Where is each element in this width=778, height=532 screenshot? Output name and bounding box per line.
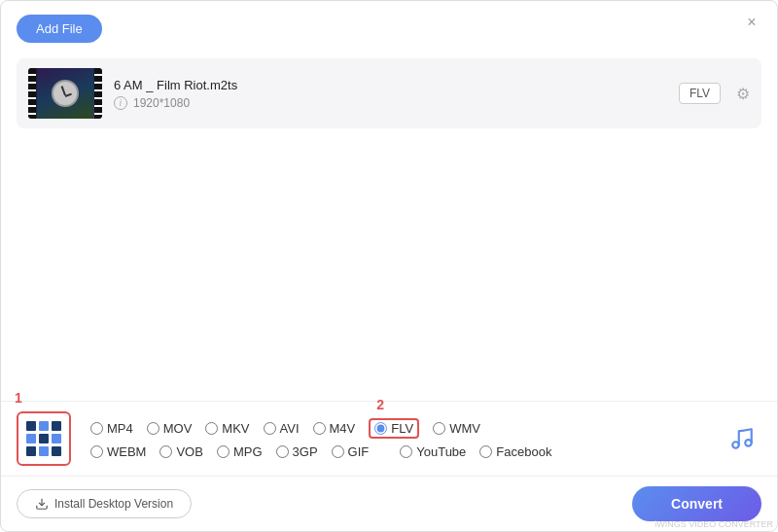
svg-point-1 <box>745 440 752 446</box>
music-icon[interactable] <box>723 419 761 458</box>
option-mp4[interactable]: MP4 <box>90 421 133 436</box>
label-mkv: MKV <box>222 421 249 436</box>
film-grid-icon <box>20 415 67 462</box>
label-flv: FLV <box>391 421 413 436</box>
label-mov: MOV <box>163 421 193 436</box>
format-icon-box[interactable] <box>17 411 71 466</box>
flv-box: FLV <box>369 418 419 439</box>
step2-container: 2 FLV <box>369 418 419 439</box>
info-icon[interactable]: i <box>114 96 127 110</box>
option-facebook[interactable]: Facebook <box>479 444 551 459</box>
convert-button[interactable]: Convert <box>632 486 761 521</box>
file-item: 6 AM _ Film Riot.m2ts i 1920*1080 FLV ⚙ <box>17 58 761 128</box>
radio-webm[interactable] <box>90 445 103 458</box>
option-3gp[interactable]: 3GP <box>276 444 318 459</box>
option-wmv[interactable]: WMV <box>433 421 480 436</box>
file-actions: FLV ⚙ <box>679 83 750 104</box>
label-mpg: MPG <box>233 444 263 459</box>
radio-wmv[interactable] <box>433 422 445 435</box>
file-thumbnail <box>28 68 102 119</box>
file-resolution: 1920*1080 <box>133 96 190 110</box>
option-m4v[interactable]: M4V <box>313 421 356 436</box>
radio-vob[interactable] <box>159 445 172 458</box>
file-meta: i 1920*1080 <box>114 96 667 110</box>
label-facebook: Facebook <box>496 444 551 459</box>
add-file-button[interactable]: Add File <box>17 15 102 43</box>
label-webm: WEBM <box>107 444 146 459</box>
option-vob[interactable]: VOB <box>159 444 202 459</box>
radio-gif[interactable] <box>332 445 344 458</box>
file-info: 6 AM _ Film Riot.m2ts i 1920*1080 <box>114 78 667 110</box>
radio-mkv[interactable] <box>205 422 218 435</box>
file-list: 6 AM _ Film Riot.m2ts i 1920*1080 FLV ⚙ <box>1 53 777 401</box>
label-m4v: M4V <box>330 421 356 436</box>
format-row-2: WEBM VOB MPG 3GP GIF <box>90 444 715 459</box>
radio-avi[interactable] <box>264 422 276 435</box>
radio-m4v[interactable] <box>313 422 326 435</box>
step1-container: 1 <box>17 411 71 466</box>
toolbar: Add File <box>1 1 777 53</box>
close-button[interactable]: × <box>742 13 761 32</box>
radio-mov[interactable] <box>147 422 159 435</box>
svg-point-0 <box>732 442 739 448</box>
label-gif: GIF <box>348 444 370 459</box>
install-label: Install Desktop Version <box>54 497 173 511</box>
option-mpg[interactable]: MPG <box>217 444 263 459</box>
format-section: 1 MP4 MOV <box>1 401 777 476</box>
option-flv[interactable]: FLV <box>374 421 413 436</box>
option-youtube[interactable]: YouTube <box>400 444 466 459</box>
thumbnail-image <box>52 80 79 107</box>
step1-number: 1 <box>15 390 22 406</box>
main-window: × Add File 6 AM _ Film Riot.m2ts i <box>0 0 778 532</box>
label-avi: AVI <box>280 421 300 436</box>
radio-facebook[interactable] <box>479 445 492 458</box>
radio-3gp[interactable] <box>276 445 289 458</box>
format-options: MP4 MOV MKV AVI M4V <box>79 418 715 459</box>
radio-flv[interactable] <box>374 422 387 435</box>
radio-youtube[interactable] <box>400 445 412 458</box>
settings-icon[interactable]: ⚙ <box>736 85 750 103</box>
radio-mp4[interactable] <box>90 422 103 435</box>
file-format-badge[interactable]: FLV <box>679 83 721 104</box>
file-name: 6 AM _ Film Riot.m2ts <box>114 78 667 92</box>
option-mov[interactable]: MOV <box>147 421 193 436</box>
option-avi[interactable]: AVI <box>264 421 300 436</box>
label-mp4: MP4 <box>107 421 133 436</box>
radio-mpg[interactable] <box>217 445 230 458</box>
label-vob: VOB <box>176 444 202 459</box>
install-button[interactable]: Install Desktop Version <box>17 489 192 518</box>
option-gif[interactable]: GIF <box>332 444 370 459</box>
step2-number: 2 <box>376 397 384 412</box>
label-3gp: 3GP <box>293 444 318 459</box>
option-webm[interactable]: WEBM <box>90 444 146 459</box>
label-wmv: WMV <box>449 421 480 436</box>
label-youtube: YouTube <box>416 444 466 459</box>
format-row-1: MP4 MOV MKV AVI M4V <box>90 418 715 439</box>
watermark: iWINGS VIDEO CONVERTER <box>651 517 777 531</box>
option-mkv[interactable]: MKV <box>205 421 249 436</box>
